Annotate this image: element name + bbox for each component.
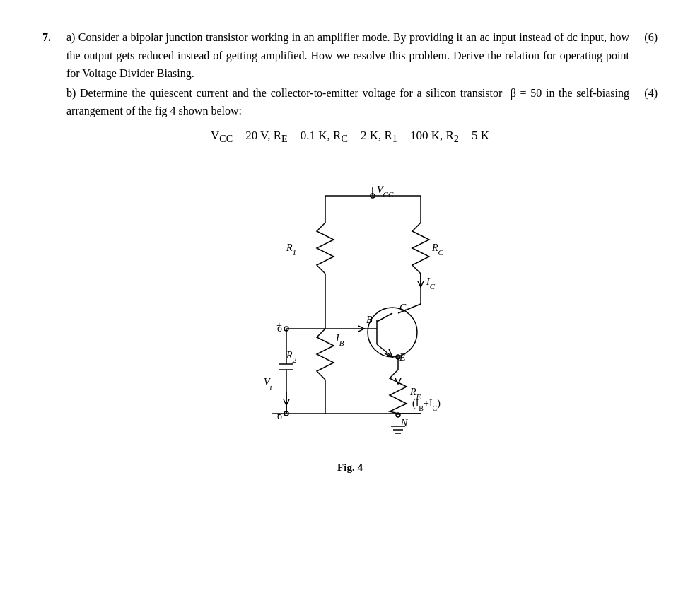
page: 7. a) Consider a bipolar junction transi… [14, 14, 686, 488]
circuit-diagram: line, path, polyline, circle { stroke: #… [42, 152, 658, 456]
question-number: 7. [42, 28, 64, 83]
formula-line: VCC = 20 V, RE = 0.1 K, RC = 2 K, R1 = 1… [42, 129, 658, 145]
question-block: 7. a) Consider a bipolar junction transi… [42, 28, 658, 474]
part-b-indent [42, 84, 64, 120]
svg-text:VCC: VCC [377, 185, 394, 199]
part-b-text: b) Determine the quiescent current and t… [66, 84, 629, 120]
part-b-label: b) [66, 87, 80, 99]
part-a-text: a) Consider a bipolar junction transisto… [66, 28, 629, 83]
fig-caption: Fig. 4 [42, 462, 658, 474]
svg-text:Vi: Vi [264, 377, 272, 391]
question-part-a: 7. a) Consider a bipolar junction transi… [42, 28, 658, 83]
svg-text:B: B [366, 315, 373, 325]
part-a-marks: (6) [629, 28, 658, 83]
svg-text:(IB+IC): (IB+IC) [412, 398, 441, 412]
part-b-marks: (4) [629, 84, 658, 120]
svg-line-29 [377, 313, 392, 322]
svg-text:IC: IC [426, 276, 436, 291]
question-part-b: b) Determine the quiescent current and t… [42, 84, 658, 120]
svg-text:R1: R1 [286, 242, 296, 257]
svg-text:o: o [277, 411, 282, 421]
svg-point-27 [368, 308, 417, 357]
svg-text:IB: IB [335, 333, 344, 347]
svg-text:RC: RC [431, 242, 444, 257]
part-a-label: a) [66, 31, 78, 43]
svg-text:o: o [277, 323, 282, 334]
svg-text:R2: R2 [286, 350, 297, 364]
